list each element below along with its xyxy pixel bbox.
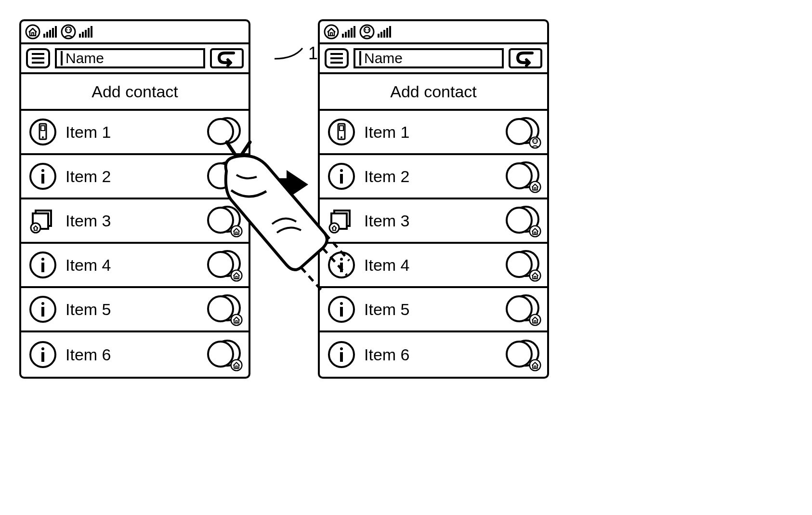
status-bar — [21, 21, 249, 44]
sim2-face-icon — [61, 24, 76, 40]
list-item[interactable]: Item 5 — [320, 288, 547, 332]
sim1-badge-icon — [230, 359, 243, 371]
info-icon — [327, 295, 355, 323]
sim2-signal-icon — [378, 25, 392, 39]
sim1-badge-icon — [529, 314, 541, 326]
avatar-placeholder[interactable] — [207, 117, 241, 147]
list-item[interactable]: Item 4 — [320, 244, 547, 288]
avatar-placeholder[interactable] — [506, 340, 539, 370]
sim2-badge-icon — [529, 136, 541, 149]
avatar-placeholder[interactable] — [207, 161, 241, 191]
menu-button[interactable] — [325, 48, 349, 68]
list-item[interactable]: Item 1 — [320, 111, 547, 155]
info-icon — [327, 162, 355, 190]
item-label: Item 5 — [364, 300, 497, 319]
avatar-placeholder[interactable] — [207, 294, 241, 324]
docs-icon — [29, 207, 57, 235]
info-icon — [327, 341, 355, 369]
avatar-placeholder[interactable] — [207, 250, 241, 280]
info-icon — [29, 341, 57, 369]
avatar-placeholder[interactable] — [506, 206, 539, 236]
back-button[interactable] — [210, 48, 244, 68]
avatar-placeholder[interactable] — [207, 206, 241, 236]
list-item[interactable]: Item 3 — [21, 199, 249, 244]
info-icon — [29, 162, 57, 190]
phone-screen-after: Name Add contact Item 1 Item 2 Item 3 — [318, 19, 549, 379]
back-arrow-icon — [216, 50, 237, 66]
status-bar — [320, 21, 547, 44]
item-label: Item 2 — [65, 167, 198, 186]
list-item[interactable]: Item 1 — [21, 111, 249, 155]
list-item[interactable]: Item 5 — [21, 288, 249, 332]
list-item[interactable]: Item 2 — [320, 155, 547, 199]
add-contact-button[interactable]: Add contact — [320, 74, 547, 111]
item-label: Item 6 — [364, 345, 497, 364]
phone-icon — [327, 118, 355, 146]
phone-icon — [29, 118, 57, 146]
sim1-badge-icon — [529, 269, 541, 282]
list-item[interactable]: Item 6 — [320, 332, 547, 377]
list-item[interactable]: Item 6 — [21, 332, 249, 377]
sim1-badge-icon — [230, 269, 243, 282]
list-item[interactable]: Item 3 — [320, 199, 547, 244]
sim1-badge-icon — [529, 225, 541, 238]
avatar-placeholder[interactable] — [506, 250, 539, 280]
search-placeholder: Name — [364, 50, 403, 66]
menu-button[interactable] — [26, 48, 50, 68]
search-input[interactable]: Name — [354, 48, 504, 68]
sim1-badge-icon — [230, 181, 243, 193]
docs-icon — [327, 207, 355, 235]
sim2-face-icon — [359, 24, 375, 40]
sim1-badge-icon — [230, 314, 243, 326]
search-row: Name — [21, 44, 249, 74]
avatar-placeholder[interactable] — [506, 294, 539, 324]
search-placeholder: Name — [65, 50, 104, 66]
item-label: Item 4 — [65, 256, 198, 275]
transition-arrow-icon — [255, 168, 313, 201]
item-label: Item 2 — [364, 167, 497, 186]
search-row: Name — [320, 44, 547, 74]
sim1-home-icon — [25, 24, 40, 40]
item-label: Item 6 — [65, 345, 198, 364]
info-icon — [327, 251, 355, 279]
back-button[interactable] — [509, 48, 542, 68]
item-label: Item 3 — [65, 211, 198, 230]
info-icon — [29, 295, 57, 323]
add-contact-button[interactable]: Add contact — [21, 74, 249, 111]
sim1-signal-icon — [43, 25, 58, 39]
avatar-placeholder[interactable] — [506, 117, 539, 147]
back-arrow-icon — [515, 50, 536, 66]
sim2-signal-icon — [79, 25, 93, 39]
sim1-badge-icon — [230, 225, 243, 238]
item-label: Item 1 — [65, 123, 198, 142]
sim1-badge-icon — [529, 359, 541, 371]
sim1-badge-icon — [529, 181, 541, 193]
info-icon — [29, 251, 57, 279]
sim1-signal-icon — [342, 25, 356, 39]
avatar-placeholder[interactable] — [506, 161, 539, 191]
avatar-placeholder[interactable] — [207, 340, 241, 370]
sim1-home-icon — [324, 24, 339, 40]
phone-screen-before: Name Add contact Item 1 Item 2 — [19, 19, 250, 379]
search-input[interactable]: Name — [55, 48, 205, 68]
item-label: Item 5 — [65, 300, 198, 319]
list-item[interactable]: Item 4 — [21, 244, 249, 288]
item-label: Item 4 — [364, 256, 497, 275]
item-label: Item 1 — [364, 123, 497, 142]
list-item[interactable]: Item 2 — [21, 155, 249, 199]
item-label: Item 3 — [364, 211, 497, 230]
